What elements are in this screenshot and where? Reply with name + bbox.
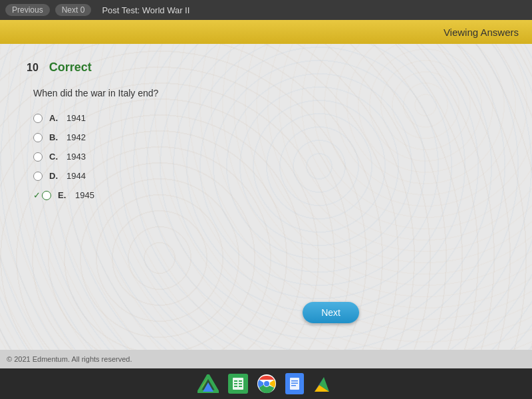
radio-a[interactable] [33, 114, 43, 123]
docs-svg [289, 377, 300, 390]
svg-rect-15 [291, 380, 298, 382]
prev-button[interactable]: Previous [5, 4, 50, 16]
list-item: B. 1942 [33, 132, 505, 142]
footer: © 2021 Edmentum. All rights reserved. [0, 350, 532, 368]
svg-rect-17 [291, 385, 296, 386]
taskbar [0, 368, 532, 399]
question-number: 10 [27, 62, 39, 74]
question-container: 10 Correct When did the war in Italy end… [0, 44, 532, 217]
radio-e[interactable] [42, 191, 51, 200]
svg-rect-8 [239, 383, 242, 384]
option-text-a: 1941 [66, 113, 86, 123]
svg-rect-16 [291, 383, 298, 384]
next-button[interactable]: Next [303, 302, 359, 323]
list-item: D. 1944 [33, 171, 505, 181]
question-text: When did the war in Italy end? [33, 88, 505, 98]
options-list: A. 1941 B. 1942 C. 1943 D. 1944 ✓ [33, 113, 505, 200]
drive-svg [198, 374, 219, 393]
svg-rect-5 [234, 380, 237, 382]
option-letter-c: C. [49, 152, 60, 162]
page-title: Post Test: World War II [102, 5, 190, 15]
option-text-c: 1943 [66, 152, 86, 162]
question-header: 10 Correct [27, 61, 505, 74]
sheets-icon[interactable] [228, 374, 248, 394]
header-bar: Viewing Answers [0, 20, 532, 44]
option-text-e: 1945 [75, 190, 94, 200]
option-letter-d: D. [49, 171, 60, 181]
main-content: 10 Correct When did the war in Italy end… [0, 44, 532, 350]
next-top-button[interactable]: Next 0 [55, 4, 92, 16]
correct-badge: Correct [49, 61, 92, 74]
list-item: ✓ E. 1945 [33, 190, 505, 200]
next-button-container: Next [303, 302, 359, 323]
viewing-answers-label: Viewing Answers [444, 27, 519, 38]
drive-yellow-icon[interactable] [196, 372, 220, 396]
docs-icon[interactable] [285, 373, 304, 394]
chrome-icon[interactable] [256, 373, 277, 394]
radio-b[interactable] [33, 133, 43, 142]
sheets-svg [232, 377, 244, 390]
drive-blue-icon[interactable] [312, 372, 336, 396]
option-letter-b: B. [49, 132, 60, 142]
svg-rect-9 [234, 386, 237, 387]
drive-blue-svg [313, 374, 334, 393]
option-text-b: 1942 [66, 132, 86, 142]
svg-rect-10 [239, 386, 242, 387]
svg-rect-7 [234, 383, 237, 384]
check-icon: ✓ [33, 190, 41, 200]
list-item: C. 1943 [33, 152, 505, 162]
option-text-d: 1944 [66, 171, 86, 181]
radio-c[interactable] [33, 152, 43, 162]
option-letter-a: A. [49, 113, 60, 123]
svg-point-13 [264, 381, 269, 386]
copyright-text: © 2021 Edmentum. All rights reserved. [7, 355, 132, 363]
top-bar: Previous Next 0 Post Test: World War II [0, 0, 532, 20]
list-item: A. 1941 [33, 113, 505, 123]
svg-rect-6 [239, 380, 242, 382]
chrome-svg [256, 373, 277, 394]
option-letter-e: E. [58, 190, 68, 200]
radio-d[interactable] [33, 172, 43, 181]
